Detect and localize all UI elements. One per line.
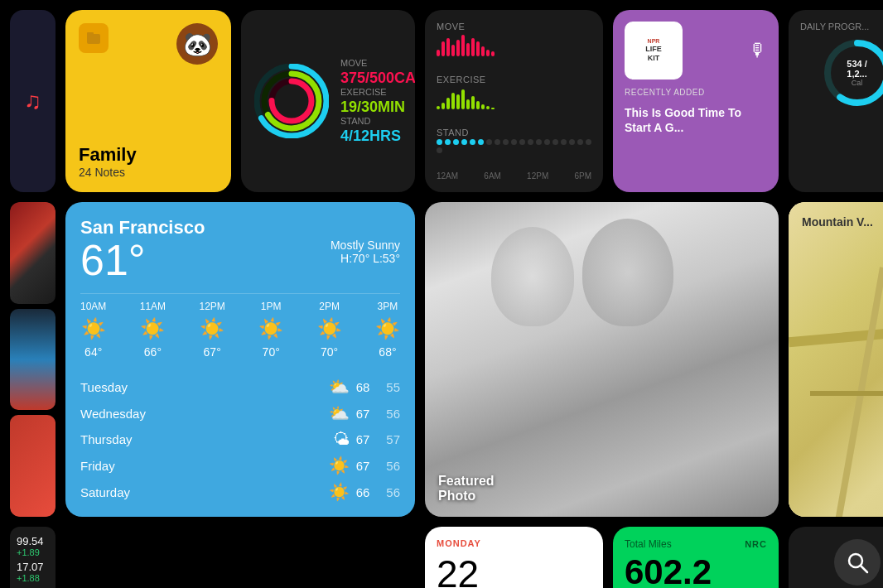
nike-header: Total Miles NRC xyxy=(625,538,767,550)
search-icon-circle xyxy=(834,539,881,586)
hourly-temp: 64° xyxy=(84,345,102,359)
weekly-row: Tuesday ⛅ 68 55 xyxy=(80,377,400,397)
notes-title: Family xyxy=(79,144,218,166)
week-lo: 56 xyxy=(386,459,400,473)
stocks-widget[interactable]: 99.54 +1.89 17.07 +1.88 62.50 -32.50 xyxy=(10,527,55,588)
podcast-title: This Is Good Time To Start A G... xyxy=(625,105,767,135)
week-icon: ⛅ xyxy=(329,403,350,423)
podcast-recently-label: RECENTLY ADDED xyxy=(625,88,767,97)
activity-stats: MOVE 375/500CAL EXERCISE 19/30MIN STAND … xyxy=(340,58,415,145)
featured-photo-widget[interactable]: Featured Photo xyxy=(425,202,779,517)
week-temps: 67 56 xyxy=(356,459,400,473)
week-hi: 67 xyxy=(356,407,370,421)
week-icon: ☀️ xyxy=(329,455,350,475)
week-icon: ⛅ xyxy=(329,377,350,397)
weekly-row: Thursday 🌤 67 57 xyxy=(80,430,400,449)
stock-item: 99.54 +1.89 xyxy=(17,535,49,557)
daily-progress-widget[interactable]: DAILY PROGR... 534 / 1,2... Cal xyxy=(789,10,883,192)
svg-line-11 xyxy=(861,566,867,572)
search-icon xyxy=(846,551,869,574)
week-hi: 66 xyxy=(356,485,370,499)
week-temps: 68 55 xyxy=(356,380,400,394)
hourly-time: 1PM xyxy=(261,301,282,312)
search-widget[interactable]: Search xyxy=(789,527,883,588)
week-day: Tuesday xyxy=(80,380,329,394)
stand-chart-label: STAND xyxy=(437,128,591,137)
stock-price: 99.54 xyxy=(17,535,49,547)
stand-value: 4/12HRS xyxy=(340,128,415,145)
notes-folder-icon xyxy=(79,23,109,53)
week-temps: 67 56 xyxy=(356,407,400,421)
photos-left-widget xyxy=(10,202,55,517)
svg-rect-1 xyxy=(87,32,94,36)
daily-calories: 534 / 1,2... xyxy=(841,59,874,79)
weekly-row: Saturday ☀️ 66 56 xyxy=(80,482,400,502)
move-bars xyxy=(437,33,591,56)
move-chart-row: MOVE xyxy=(437,22,591,56)
weather-weekly: Tuesday ⛅ 68 55 Wednesday ⛅ 67 56 Thursd… xyxy=(80,377,400,502)
exercise-value: 19/30MIN xyxy=(340,99,415,116)
music-widget[interactable]: ♫ xyxy=(10,10,55,192)
time-labels: 12AM 6AM 12PM 6PM xyxy=(437,171,591,181)
week-icon: ☀️ xyxy=(329,482,350,502)
week-day: Saturday xyxy=(80,485,329,499)
photo-thumb-red xyxy=(10,415,55,517)
notes-widget[interactable]: 🐼 Family 24 Notes xyxy=(65,10,231,192)
weather-temp-row: 61° Mostly Sunny H:70° L:53° xyxy=(80,239,400,282)
weather-top: San Francisco 61° Mostly Sunny H:70° L:5… xyxy=(80,217,400,282)
photo-thumb-car xyxy=(10,202,55,304)
hourly-weather-icon: ☀️ xyxy=(375,317,400,340)
hourly-weather-icon: ☀️ xyxy=(317,317,342,340)
weather-widget[interactable]: San Francisco 61° Mostly Sunny H:70° L:5… xyxy=(65,202,415,517)
podcast-album-art: NPR LIFEKIT xyxy=(625,22,683,80)
stock-price: 17.07 xyxy=(17,561,49,573)
notes-bear-avatar: 🐼 xyxy=(176,23,218,65)
hourly-temp: 70° xyxy=(263,345,280,359)
hourly-time: 11AM xyxy=(140,301,166,312)
stand-dots xyxy=(437,139,591,153)
move-label: MOVE xyxy=(340,58,415,68)
week-day: Friday xyxy=(80,459,329,473)
map-background: Mountain V... xyxy=(789,202,883,517)
hourly-temp: 66° xyxy=(144,345,162,359)
activity-widget[interactable]: MOVE 375/500CAL EXERCISE 19/30MIN STAND … xyxy=(241,10,415,192)
exercise-chart-label: EXERCISE xyxy=(437,75,591,84)
week-lo: 56 xyxy=(386,485,400,499)
notes-header: 🐼 xyxy=(79,23,218,65)
photo-thumb-abstract xyxy=(10,309,55,411)
time-12am: 12AM xyxy=(437,171,458,181)
calendar-widget[interactable]: MONDAY 22 Kickoff meeting... 10:30 AM–1:… xyxy=(425,527,603,588)
exercise-label: EXERCISE xyxy=(340,87,415,97)
weather-condition: Mostly Sunny H:70° L:53° xyxy=(331,239,400,265)
hourly-item: 12PM ☀️ 67° xyxy=(199,301,224,359)
week-hi: 68 xyxy=(356,380,370,394)
map-location-label: Mountain V... xyxy=(802,215,873,229)
week-lo: 56 xyxy=(386,407,400,421)
podcast-widget[interactable]: NPR LIFEKIT 🎙 RECENTLY ADDED This Is Goo… xyxy=(613,10,779,192)
podcasts-app-icon: 🎙 xyxy=(749,40,767,61)
week-hi: 67 xyxy=(356,432,370,446)
hourly-weather-icon: ☀️ xyxy=(200,317,224,340)
stock-change: +1.89 xyxy=(17,547,49,557)
activity-rings xyxy=(254,64,329,138)
featured-photo-image xyxy=(425,202,779,517)
week-hi: 67 xyxy=(356,459,370,473)
week-icon: 🌤 xyxy=(333,430,350,449)
hourly-item: 3PM ☀️ 68° xyxy=(375,301,400,359)
week-temps: 66 56 xyxy=(356,485,400,499)
map-widget[interactable]: Mountain V... xyxy=(789,202,883,517)
nike-miles: 602.2 xyxy=(625,555,767,588)
fitness-chart-widget[interactable]: MOVE EXERCISE xyxy=(425,10,603,192)
daily-cal-label: Cal xyxy=(841,79,874,87)
stand-chart-row: STAND xyxy=(437,128,591,153)
hourly-weather-icon: ☀️ xyxy=(140,317,165,340)
daily-label: DAILY PROGR... xyxy=(800,22,883,31)
featured-photo-label: Featured Photo xyxy=(438,474,495,504)
exercise-chart-row: EXERCISE xyxy=(437,75,591,109)
music-icon: ♫ xyxy=(24,88,41,114)
week-lo: 57 xyxy=(386,432,400,446)
hourly-item: 2PM ☀️ 70° xyxy=(317,301,342,359)
stock-change: +1.88 xyxy=(17,573,49,583)
nike-widget[interactable]: Total Miles NRC 602.2 Green Level 19.1 m… xyxy=(613,527,779,588)
exercise-bars xyxy=(437,86,591,109)
